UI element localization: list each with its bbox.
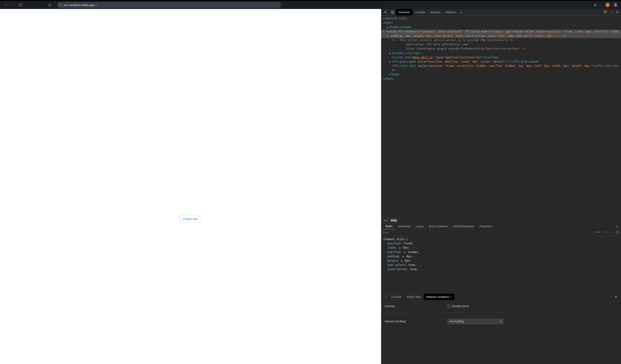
styles-tabs: Styles Computed Layout Event Listeners D… (381, 223, 621, 229)
menu-icon[interactable] (613, 2, 617, 7)
css-selector: element.style { (383, 237, 619, 242)
drawer-whatsnew[interactable]: What's New (404, 294, 424, 300)
css-prop[interactable]: overflow: ▶ hidden; (383, 250, 619, 254)
tab-network[interactable]: Network (443, 9, 458, 16)
bookmark-icon[interactable] (48, 3, 52, 7)
page-viewport: Flutter.dev (0, 9, 381, 364)
chevron-down-icon: ▾ (500, 320, 501, 323)
crumb-body[interactable]: body (390, 219, 397, 222)
css-prop[interactable]: user-select: none; (383, 263, 619, 267)
stab-properties[interactable]: Properties (477, 223, 495, 229)
css-prop[interactable]: position: fixed; (383, 242, 619, 246)
devtools: Elements Console Sources Network » ⋮ ✕ <… (381, 9, 621, 364)
css-prop[interactable]: padding: ▶ 0px; (383, 254, 619, 259)
settings-icon[interactable] (604, 10, 607, 14)
kebab-icon[interactable]: ⋮ (610, 10, 613, 14)
drawer-console[interactable]: Console (389, 294, 404, 300)
inspect-icon[interactable] (383, 10, 388, 15)
url-bar[interactable]: seo-renderer.netlify.app/#/ (57, 2, 281, 8)
throttling-select[interactable]: No throttling ▾ (448, 319, 503, 324)
separator (601, 3, 601, 7)
more-styles-tabs-icon[interactable]: » (614, 224, 620, 228)
flutter-link[interactable]: Flutter.dev (180, 215, 201, 223)
drawer-network-conditions[interactable]: Network conditions✕ (424, 294, 454, 300)
drawer-content: Caching Disable cache Network throttling… (381, 300, 621, 364)
cls-button[interactable]: .cls (603, 231, 609, 234)
stab-layout[interactable]: Layout (413, 223, 426, 229)
close-drawer-tab-icon[interactable]: ✕ (450, 296, 452, 298)
svg-rect-0 (60, 4, 62, 6)
hov-button[interactable]: :hov (595, 231, 601, 234)
stab-styles[interactable]: Styles (382, 223, 395, 229)
tab-sources[interactable]: Sources (428, 9, 443, 16)
dom-breadcrumb: html body (381, 217, 621, 223)
drawer-tabs: ⋮ Console What's New Network conditions✕… (381, 294, 621, 300)
nav-back-icon[interactable] (4, 3, 8, 7)
css-prop[interactable]: margin: ▶ 0px; (383, 259, 619, 263)
throttling-label: Network throttling (385, 320, 448, 323)
close-devtools-icon[interactable]: ✕ (616, 10, 619, 14)
infinity-icon[interactable]: ∞ (606, 2, 609, 7)
devtools-tabs: Elements Console Sources Network » ⋮ ✕ (381, 9, 621, 16)
disable-cache-label: Disable cache (452, 305, 469, 308)
drawer-menu-icon[interactable]: ⋮ (382, 295, 389, 299)
svg-rect-7 (392, 11, 393, 13)
styles-filter-bar: :hov .cls + (381, 229, 621, 236)
more-tabs-icon[interactable]: » (458, 10, 464, 14)
close-drawer-icon[interactable]: ✕ (615, 295, 620, 299)
filter-input[interactable] (383, 231, 595, 234)
stab-computed[interactable]: Computed (395, 223, 413, 229)
nav-forward-icon[interactable] (11, 3, 15, 7)
comment: <!-- This script installs service_worker… (391, 38, 526, 50)
doctype: <!DOCTYPE html> (383, 17, 407, 20)
url-text: seo-renderer.netlify.app/#/ (64, 3, 97, 7)
tab-console[interactable]: Console (413, 9, 428, 16)
device-icon[interactable] (390, 10, 395, 15)
svg-point-8 (605, 11, 606, 12)
lock-icon (59, 3, 62, 7)
svg-rect-9 (617, 231, 619, 234)
add-rule-button[interactable]: + (612, 231, 613, 234)
tab-elements[interactable]: Elements (396, 9, 413, 16)
styles-content[interactable]: element.style { position: fixed;inset: ▶… (381, 236, 621, 294)
crumb-html[interactable]: html (383, 219, 388, 222)
disable-cache-checkbox[interactable] (448, 305, 450, 308)
download-icon[interactable] (593, 3, 597, 7)
caching-label: Caching (385, 305, 448, 308)
reload-icon[interactable] (18, 3, 22, 7)
css-prop[interactable]: touch-action: none; (383, 267, 619, 271)
css-prop[interactable]: inset: ▶ 0px; (383, 246, 619, 250)
stab-breakpoints[interactable]: DOM Breakpoints (450, 223, 477, 229)
panel-icon[interactable] (616, 231, 619, 234)
dom-tree[interactable]: <!DOCTYPE html> <html> ▶<head>…</head> ⋯… (381, 16, 621, 217)
stab-listeners[interactable]: Event Listeners (426, 223, 450, 229)
